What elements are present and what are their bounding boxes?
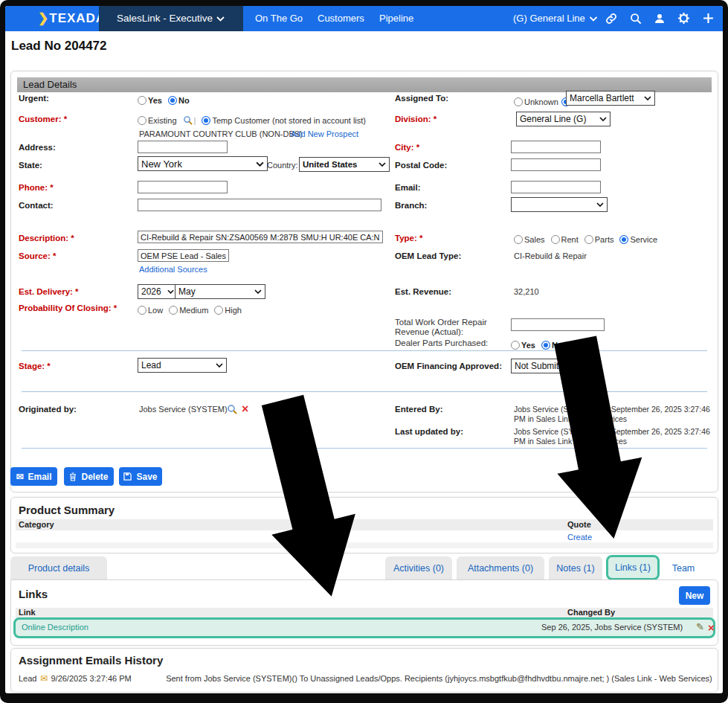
nav-item-customers[interactable]: Customers — [318, 6, 364, 31]
chevron-down-icon — [254, 289, 262, 294]
country-select[interactable]: United States — [299, 157, 390, 172]
assigned-to-select[interactable]: Marcella Bartlett — [566, 91, 655, 106]
probability-medium-label[interactable]: Medium — [179, 306, 208, 315]
link-changed-by: Sep 26, 2025, Jobs Service (SYSTEM) — [541, 623, 683, 632]
customer-name: PARAMOUNT COUNTRY CLUB (NON-DBS) — [139, 129, 303, 138]
chevron-down-icon[interactable] — [589, 16, 598, 22]
tab-links[interactable]: Links (1) — [606, 555, 660, 580]
type-rent-label[interactable]: Rent — [561, 235, 579, 244]
state-select[interactable]: New York — [138, 156, 268, 171]
branch-select[interactable] — [511, 197, 608, 212]
phone-label: Phone: * — [19, 183, 54, 192]
user-icon[interactable] — [654, 13, 666, 25]
est-delivery-month-select[interactable]: May — [175, 284, 265, 299]
email-button-label: Email — [28, 472, 52, 482]
tab-notes-label: Notes (1) — [556, 563, 594, 574]
est-delivery-year-select[interactable]: 2026 — [138, 284, 178, 299]
city-input[interactable] — [511, 141, 601, 153]
link-icon[interactable] — [605, 13, 618, 25]
texada-logo[interactable]: ❯TEXADA — [38, 6, 106, 31]
lookup-icon[interactable] — [183, 115, 193, 125]
contact-input[interactable] — [138, 199, 381, 211]
type-rent-radio[interactable] — [551, 235, 560, 244]
delete-link-icon[interactable]: × — [708, 624, 715, 632]
state-value: New York — [141, 158, 182, 170]
lead-details-section-header: Lead Details — [17, 77, 712, 92]
tab-attachments[interactable]: Attachments (0) — [457, 556, 544, 580]
address-input[interactable] — [138, 141, 228, 153]
new-link-button[interactable]: New — [679, 586, 710, 605]
chevron-down-icon — [256, 161, 264, 167]
assignment-type: Lead — [19, 674, 36, 683]
description-input[interactable] — [138, 231, 383, 243]
probability-low-radio[interactable] — [138, 306, 146, 315]
description-label: Description: * — [19, 234, 74, 243]
address-label: Address: — [19, 143, 56, 152]
stage-value: Lead — [141, 360, 161, 370]
probability-low-label[interactable]: Low — [148, 306, 163, 315]
dealer-parts-yes-radio[interactable] — [511, 341, 520, 350]
new-link-button-label: New — [686, 591, 704, 601]
plus-icon[interactable] — [703, 13, 714, 24]
email-input[interactable] — [511, 181, 601, 193]
save-icon — [123, 472, 132, 481]
last-updated-label: Last updated by: — [395, 427, 463, 436]
assigned-unknown-label[interactable]: Unknown — [524, 97, 558, 106]
type-service-radio[interactable] — [619, 235, 628, 244]
edit-link-icon[interactable]: ✎ — [696, 621, 704, 632]
urgent-yes-radio[interactable] — [138, 96, 146, 105]
email-button[interactable]: ✉Email — [10, 467, 57, 486]
total-wo-revenue-label: Total Work Order Repair Revenue (Actual)… — [395, 318, 510, 337]
app-selector[interactable]: SalesLink - Executive — [99, 6, 243, 31]
envelope-icon[interactable]: ✉ — [40, 673, 48, 684]
customer-existing-radio[interactable] — [138, 116, 146, 125]
est-revenue-value: 32,210 — [514, 287, 539, 296]
urgent-yes-label[interactable]: Yes — [148, 96, 162, 105]
division-value: General Line (G) — [520, 114, 586, 124]
tab-notes[interactable]: Notes (1) — [549, 556, 602, 580]
links-row-highlight: Online Description Sep 26, 2025, Jobs Se… — [13, 617, 715, 638]
brand-chevron-icon: ❯ — [38, 11, 49, 25]
type-service-label[interactable]: Service — [630, 235, 657, 244]
tab-activities[interactable]: Activities (0) — [385, 556, 452, 580]
save-button[interactable]: Save — [119, 467, 162, 486]
type-sales-label[interactable]: Sales — [524, 235, 545, 244]
additional-sources-link[interactable]: Additional Sources — [139, 265, 207, 274]
urgent-radio-group: YesNo — [138, 93, 196, 106]
division-selector[interactable]: (G) General Line — [513, 6, 585, 31]
tab-team[interactable]: Team — [664, 556, 703, 580]
total-wo-revenue-input[interactable] — [511, 318, 605, 331]
phone-input[interactable] — [138, 181, 228, 193]
type-parts-radio[interactable] — [584, 235, 593, 244]
nav-item-pipeline[interactable]: Pipeline — [379, 6, 413, 31]
link-item[interactable]: Online Description — [22, 623, 88, 632]
customer-existing-label[interactable]: Existing — [148, 116, 177, 125]
assigned-unknown-radio[interactable] — [514, 97, 523, 106]
probability-medium-radio[interactable] — [169, 306, 178, 315]
search-icon[interactable] — [630, 13, 642, 25]
customer-separator: | — [194, 116, 196, 125]
nav-item-on-the-go[interactable]: On The Go — [255, 6, 303, 31]
email-label: Email: — [395, 183, 421, 192]
type-sales-radio[interactable] — [514, 235, 523, 244]
add-new-prospect-link[interactable]: Add New Prospect — [291, 129, 358, 138]
customer-temp-label[interactable]: Temp Customer (not stored in account lis… — [212, 116, 366, 125]
probability-high-radio[interactable] — [214, 306, 223, 315]
customer-temp-radio[interactable] — [202, 116, 210, 125]
probability-high-label[interactable]: High — [225, 306, 242, 315]
tab-attachments-label: Attachments (0) — [468, 563, 533, 574]
urgent-no-radio[interactable] — [168, 96, 177, 105]
lookup-icon[interactable] — [227, 404, 237, 414]
gear-icon[interactable] — [677, 12, 690, 25]
division-select[interactable]: General Line (G) — [516, 112, 611, 126]
urgent-no-label[interactable]: No — [178, 96, 190, 105]
tab-product-details[interactable]: Product details — [10, 556, 107, 580]
source-input[interactable] — [138, 249, 229, 262]
delete-button[interactable]: Delete — [64, 467, 114, 486]
est-delivery-month: May — [178, 286, 196, 297]
tab-team-label: Team — [672, 563, 695, 574]
postal-code-input[interactable] — [511, 158, 601, 171]
city-label: City: * — [395, 143, 419, 152]
stage-select[interactable]: Lead — [138, 358, 227, 373]
type-parts-label[interactable]: Parts — [595, 235, 614, 244]
